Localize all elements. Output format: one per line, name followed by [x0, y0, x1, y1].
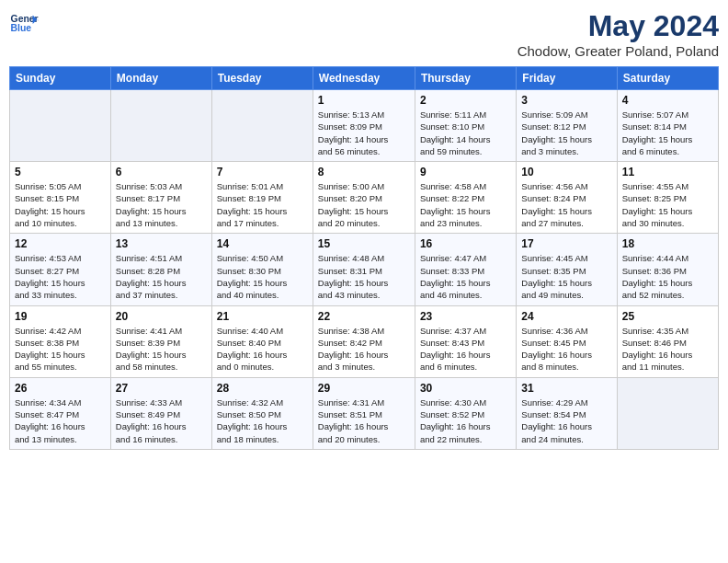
day-number: 18	[622, 237, 713, 250]
calendar-cell: 14Sunrise: 4:50 AM Sunset: 8:30 PM Dayli…	[211, 234, 313, 305]
calendar-cell: 20Sunrise: 4:41 AM Sunset: 8:39 PM Dayli…	[110, 305, 211, 377]
calendar-cell: 1Sunrise: 5:13 AM Sunset: 8:09 PM Daylig…	[313, 90, 415, 162]
calendar-cell	[211, 90, 313, 162]
day-content: Sunrise: 5:01 AM Sunset: 8:19 PM Dayligh…	[217, 180, 308, 229]
calendar-cell: 10Sunrise: 4:56 AM Sunset: 8:24 PM Dayli…	[517, 162, 617, 234]
day-content: Sunrise: 4:48 AM Sunset: 8:31 PM Dayligh…	[318, 252, 410, 301]
day-number: 29	[318, 382, 410, 395]
day-content: Sunrise: 4:45 AM Sunset: 8:35 PM Dayligh…	[521, 252, 611, 301]
day-number: 3	[521, 94, 611, 107]
day-number: 1	[318, 94, 410, 107]
weekday-header-thursday: Thursday	[415, 67, 516, 90]
calendar-week-1: 1Sunrise: 5:13 AM Sunset: 8:09 PM Daylig…	[10, 90, 719, 162]
calendar-cell: 31Sunrise: 4:29 AM Sunset: 8:54 PM Dayli…	[517, 377, 617, 449]
day-number: 26	[15, 382, 106, 395]
day-number: 12	[15, 237, 106, 250]
location-subtitle: Chodow, Greater Poland, Poland	[518, 43, 719, 59]
day-number: 15	[318, 237, 410, 250]
day-number: 31	[521, 382, 611, 395]
day-content: Sunrise: 5:00 AM Sunset: 8:20 PM Dayligh…	[318, 180, 410, 229]
calendar-cell: 19Sunrise: 4:42 AM Sunset: 8:38 PM Dayli…	[10, 305, 111, 377]
calendar-cell: 21Sunrise: 4:40 AM Sunset: 8:40 PM Dayli…	[211, 305, 313, 377]
calendar-week-3: 12Sunrise: 4:53 AM Sunset: 8:27 PM Dayli…	[10, 234, 719, 305]
day-content: Sunrise: 5:11 AM Sunset: 8:10 PM Dayligh…	[420, 109, 511, 157]
month-year-title: May 2024	[518, 9, 719, 43]
calendar-cell	[110, 90, 211, 162]
day-number: 11	[622, 166, 713, 178]
calendar-cell: 18Sunrise: 4:44 AM Sunset: 8:36 PM Dayli…	[617, 234, 718, 305]
day-content: Sunrise: 5:07 AM Sunset: 8:14 PM Dayligh…	[622, 109, 713, 157]
day-content: Sunrise: 4:32 AM Sunset: 8:50 PM Dayligh…	[217, 396, 308, 445]
day-number: 9	[420, 166, 511, 178]
weekday-header-saturday: Saturday	[617, 67, 718, 90]
calendar-cell: 29Sunrise: 4:31 AM Sunset: 8:51 PM Dayli…	[313, 377, 415, 449]
day-content: Sunrise: 4:36 AM Sunset: 8:45 PM Dayligh…	[521, 325, 611, 373]
calendar-cell: 3Sunrise: 5:09 AM Sunset: 8:12 PM Daylig…	[517, 90, 617, 162]
calendar-week-5: 26Sunrise: 4:34 AM Sunset: 8:47 PM Dayli…	[10, 377, 719, 449]
calendar-cell: 17Sunrise: 4:45 AM Sunset: 8:35 PM Dayli…	[517, 234, 617, 305]
day-content: Sunrise: 4:42 AM Sunset: 8:38 PM Dayligh…	[15, 325, 106, 373]
day-number: 4	[622, 94, 713, 107]
day-content: Sunrise: 4:56 AM Sunset: 8:24 PM Dayligh…	[521, 180, 611, 229]
day-number: 22	[318, 310, 410, 323]
day-number: 16	[420, 237, 511, 250]
weekday-header-friday: Friday	[517, 67, 617, 90]
calendar-table: SundayMondayTuesdayWednesdayThursdayFrid…	[9, 66, 719, 450]
calendar-cell: 9Sunrise: 4:58 AM Sunset: 8:22 PM Daylig…	[415, 162, 516, 234]
day-number: 27	[116, 382, 207, 395]
day-content: Sunrise: 4:53 AM Sunset: 8:27 PM Dayligh…	[15, 252, 106, 301]
day-number: 10	[521, 166, 611, 178]
day-content: Sunrise: 4:34 AM Sunset: 8:47 PM Dayligh…	[15, 396, 106, 445]
logo-icon: General Blue	[9, 9, 39, 39]
weekday-header-monday: Monday	[110, 67, 211, 90]
day-number: 8	[318, 166, 410, 178]
calendar-cell	[10, 90, 111, 162]
weekday-header-row: SundayMondayTuesdayWednesdayThursdayFrid…	[10, 67, 719, 90]
day-number: 17	[521, 237, 611, 250]
day-number: 14	[217, 237, 308, 250]
day-content: Sunrise: 4:51 AM Sunset: 8:28 PM Dayligh…	[116, 252, 207, 301]
day-content: Sunrise: 4:55 AM Sunset: 8:25 PM Dayligh…	[622, 180, 713, 229]
weekday-header-sunday: Sunday	[10, 67, 111, 90]
calendar-cell: 28Sunrise: 4:32 AM Sunset: 8:50 PM Dayli…	[211, 377, 313, 449]
day-number: 19	[15, 310, 106, 323]
day-content: Sunrise: 5:03 AM Sunset: 8:17 PM Dayligh…	[116, 180, 207, 229]
day-content: Sunrise: 4:31 AM Sunset: 8:51 PM Dayligh…	[318, 396, 410, 445]
day-number: 20	[116, 310, 207, 323]
calendar-cell: 26Sunrise: 4:34 AM Sunset: 8:47 PM Dayli…	[10, 377, 111, 449]
calendar-cell: 23Sunrise: 4:37 AM Sunset: 8:43 PM Dayli…	[415, 305, 516, 377]
day-content: Sunrise: 4:37 AM Sunset: 8:43 PM Dayligh…	[420, 325, 511, 373]
day-content: Sunrise: 4:58 AM Sunset: 8:22 PM Dayligh…	[420, 180, 511, 229]
calendar-cell: 27Sunrise: 4:33 AM Sunset: 8:49 PM Dayli…	[110, 377, 211, 449]
calendar-cell: 15Sunrise: 4:48 AM Sunset: 8:31 PM Dayli…	[313, 234, 415, 305]
weekday-header-wednesday: Wednesday	[313, 67, 415, 90]
day-content: Sunrise: 4:40 AM Sunset: 8:40 PM Dayligh…	[217, 325, 308, 373]
day-number: 7	[217, 166, 308, 178]
day-content: Sunrise: 5:09 AM Sunset: 8:12 PM Dayligh…	[521, 109, 611, 157]
calendar-cell: 16Sunrise: 4:47 AM Sunset: 8:33 PM Dayli…	[415, 234, 516, 305]
day-content: Sunrise: 4:50 AM Sunset: 8:30 PM Dayligh…	[217, 252, 308, 301]
calendar-cell: 25Sunrise: 4:35 AM Sunset: 8:46 PM Dayli…	[617, 305, 718, 377]
calendar-cell: 7Sunrise: 5:01 AM Sunset: 8:19 PM Daylig…	[211, 162, 313, 234]
day-content: Sunrise: 4:47 AM Sunset: 8:33 PM Dayligh…	[420, 252, 511, 301]
day-content: Sunrise: 4:41 AM Sunset: 8:39 PM Dayligh…	[116, 325, 207, 373]
day-number: 21	[217, 310, 308, 323]
day-content: Sunrise: 4:33 AM Sunset: 8:49 PM Dayligh…	[116, 396, 207, 445]
day-content: Sunrise: 4:35 AM Sunset: 8:46 PM Dayligh…	[622, 325, 713, 373]
day-number: 25	[622, 310, 713, 323]
day-number: 28	[217, 382, 308, 395]
calendar-cell: 8Sunrise: 5:00 AM Sunset: 8:20 PM Daylig…	[313, 162, 415, 234]
day-content: Sunrise: 4:38 AM Sunset: 8:42 PM Dayligh…	[318, 325, 410, 373]
calendar-cell: 12Sunrise: 4:53 AM Sunset: 8:27 PM Dayli…	[10, 234, 111, 305]
calendar-week-4: 19Sunrise: 4:42 AM Sunset: 8:38 PM Dayli…	[10, 305, 719, 377]
calendar-cell: 2Sunrise: 5:11 AM Sunset: 8:10 PM Daylig…	[415, 90, 516, 162]
calendar-cell: 22Sunrise: 4:38 AM Sunset: 8:42 PM Dayli…	[313, 305, 415, 377]
day-number: 13	[116, 237, 207, 250]
day-content: Sunrise: 5:05 AM Sunset: 8:15 PM Dayligh…	[15, 180, 106, 229]
weekday-header-tuesday: Tuesday	[211, 67, 313, 90]
day-number: 5	[15, 166, 106, 178]
calendar-week-2: 5Sunrise: 5:05 AM Sunset: 8:15 PM Daylig…	[10, 162, 719, 234]
calendar-cell: 11Sunrise: 4:55 AM Sunset: 8:25 PM Dayli…	[617, 162, 718, 234]
page-header: General Blue May 2024 Chodow, Greater Po…	[9, 9, 719, 59]
calendar-cell: 4Sunrise: 5:07 AM Sunset: 8:14 PM Daylig…	[617, 90, 718, 162]
